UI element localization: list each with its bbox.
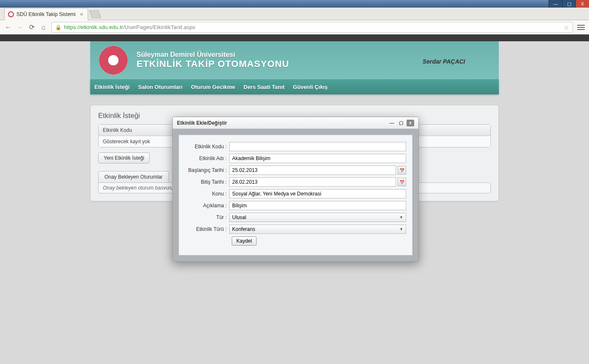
modal-titlebar[interactable]: Etkinlik Ekle/Değiştir — ▢ x xyxy=(173,117,418,129)
calendar-icon[interactable]: 📅 xyxy=(398,166,406,174)
label-aciklama: Açıklama : xyxy=(185,203,229,209)
bookmark-star-icon[interactable]: ☆ xyxy=(564,24,569,31)
window-minimize-button[interactable]: — xyxy=(549,0,562,8)
select-etkinlik-turu[interactable]: Konferans ▼ xyxy=(229,225,406,234)
browser-toolbar: ← → ⟳ ⌂ 🔒 https://etkinlik.sdu.edu.tr/Us… xyxy=(0,20,589,35)
calendar-icon[interactable]: 📅 xyxy=(398,178,406,186)
url-text: https://etkinlik.sdu.edu.tr/UserPages/Et… xyxy=(64,24,195,30)
input-etkinlik-adi[interactable] xyxy=(229,154,406,163)
tab-close-icon[interactable]: × xyxy=(80,11,83,18)
label-bitis-tarihi: Bitiş Tarihi : xyxy=(185,179,229,185)
new-tab-button[interactable] xyxy=(89,11,101,18)
label-etkinlik-turu: Etkinlik Türü : xyxy=(185,226,229,232)
nav-ders-saati-tanit[interactable]: Ders Saati Tanıt xyxy=(244,84,284,90)
select-tur[interactable]: Ulusal ▼ xyxy=(229,213,406,222)
forward-button[interactable]: → xyxy=(16,24,24,31)
browser-tab-strip: SDÜ Etkinlik Takip Sistemi × xyxy=(0,8,589,20)
label-tur: Tür : xyxy=(185,214,229,220)
nav-etkinlik-istegi[interactable]: Etkinlik İsteği xyxy=(94,84,130,90)
os-titlebar: — ▢ X xyxy=(0,0,589,8)
chevron-down-icon: ▼ xyxy=(399,215,403,219)
home-button[interactable]: ⌂ xyxy=(40,24,47,31)
logged-in-user: Serdar PAÇACI xyxy=(423,58,465,65)
university-name: Süleyman Demirel Üniversitesi xyxy=(137,51,289,59)
modal-minimize-icon[interactable]: — xyxy=(388,120,396,126)
tab-onay-bekleyen[interactable]: Onay Bekleyen Oturumlar xyxy=(98,171,169,182)
site-header: SDÜ Süleyman Demirel Üniversitesi ETKİNL… xyxy=(90,41,499,79)
university-logo-icon: SDÜ xyxy=(99,46,128,75)
browser-tab[interactable]: SDÜ Etkinlik Takip Sistemi × xyxy=(4,8,88,20)
etkinlik-ekle-modal: Etkinlik Ekle/Değiştir — ▢ x Etkinlik Ko… xyxy=(172,117,419,262)
tab-title: SDÜ Etkinlik Takip Sistemi xyxy=(16,11,75,17)
modal-close-icon[interactable]: x xyxy=(407,120,414,126)
modal-title-text: Etkinlik Ekle/Değiştir xyxy=(177,120,227,126)
back-button[interactable]: ← xyxy=(4,24,12,31)
page-viewport: SDÜ Süleyman Demirel Üniversitesi ETKİNL… xyxy=(0,35,589,364)
select-etkinlik-turu-value: Konferans xyxy=(232,226,255,232)
modal-maximize-icon[interactable]: ▢ xyxy=(397,120,405,126)
reload-button[interactable]: ⟳ xyxy=(28,24,35,31)
label-etkinlik-adi: Etkinlik Adı : xyxy=(185,155,229,161)
nav-salon-oturumlari[interactable]: Salon Oturumları xyxy=(138,84,182,90)
input-baslangic-tarihi[interactable] xyxy=(229,166,396,175)
nav-guvenli-cikis[interactable]: Güvenli Çıkış xyxy=(293,84,327,90)
top-dark-strip xyxy=(0,35,589,41)
lock-icon: 🔒 xyxy=(55,24,62,30)
select-tur-value: Ulusal xyxy=(232,214,246,220)
input-konu[interactable] xyxy=(229,189,406,198)
address-bar[interactable]: 🔒 https://etkinlik.sdu.edu.tr/UserPages/… xyxy=(51,22,573,33)
new-etkinlik-button[interactable]: Yeni Etkinlik İsteği xyxy=(98,153,150,163)
chevron-down-icon: ▼ xyxy=(399,227,403,231)
label-baslangic-tarihi: Başlangıç Tarihi : xyxy=(185,167,229,173)
browser-menu-button[interactable] xyxy=(577,24,585,31)
input-aciklama[interactable] xyxy=(229,201,406,210)
label-konu: Konu : xyxy=(185,191,229,197)
app-title: ETKİNLİK TAKİP OTOMASYONU xyxy=(137,59,289,70)
window-close-button[interactable]: X xyxy=(576,0,589,8)
input-etkinlik-kodu[interactable] xyxy=(229,142,406,151)
favicon-icon xyxy=(8,11,14,17)
label-etkinlik-kodu: Etkinlik Kodu : xyxy=(185,144,229,150)
window-maximize-button[interactable]: ▢ xyxy=(562,0,576,8)
main-nav: Etkinlik İsteği Salon Oturumları Oturum … xyxy=(90,79,499,94)
nav-oturum-gecikme[interactable]: Oturum Gecikme xyxy=(191,84,235,90)
kaydet-button[interactable]: Kaydet xyxy=(232,236,257,246)
input-bitis-tarihi[interactable] xyxy=(229,177,396,187)
